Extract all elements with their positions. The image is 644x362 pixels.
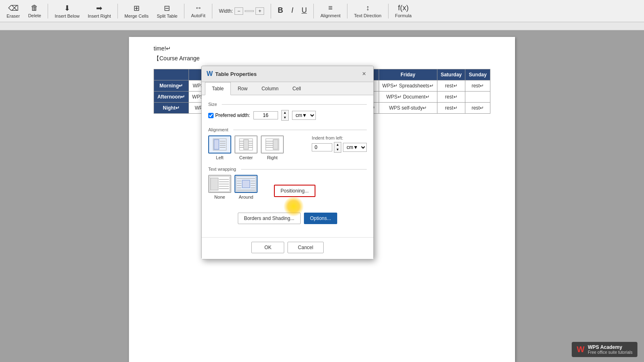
- wps-watermark: W WPS Academy Free office suite tutorial…: [572, 342, 637, 357]
- align-options: Left: [208, 135, 284, 160]
- italic-button[interactable]: I: [288, 5, 297, 17]
- width-value: [245, 10, 254, 12]
- width-label: Width:: [219, 8, 233, 14]
- alignment-button[interactable]: ≡ Alignment: [317, 2, 344, 20]
- text-direction-button[interactable]: ↕ Text Direction: [351, 2, 385, 20]
- ok-button[interactable]: OK: [251, 242, 284, 253]
- underline-icon: U: [301, 6, 307, 15]
- wrap-options: None: [208, 175, 258, 199]
- alignment-row: Left: [208, 135, 367, 160]
- table-header-empty: [154, 69, 189, 80]
- width-control[interactable]: Width: − +: [216, 6, 267, 16]
- formula-icon: f(x): [398, 4, 409, 12]
- indent-row: ▲ ▼ cm▼: [312, 142, 367, 153]
- cell-fri-night: WPS self-study↵: [379, 103, 437, 114]
- borders-shading-button[interactable]: Borders and Shading...: [238, 213, 301, 224]
- align-center-label: Center: [239, 155, 253, 160]
- sep2: [117, 4, 118, 18]
- eraser-button[interactable]: ⌫ Eraser: [3, 2, 23, 20]
- tab-row[interactable]: Row: [231, 82, 255, 95]
- size-row: Preferred width: ▲ ▼ cm▼ %: [208, 110, 367, 121]
- indent-unit-select[interactable]: cm▼: [343, 143, 367, 152]
- spin-up[interactable]: ▲: [282, 110, 288, 115]
- align-right-label: Right: [267, 155, 278, 160]
- svg-rect-7: [244, 140, 248, 149]
- cell-sat-afternoon: rest↵: [437, 92, 465, 103]
- secondary-buttons-row: Borders and Shading... Options...: [208, 213, 367, 224]
- tab-column[interactable]: Column: [255, 82, 285, 95]
- width-spin[interactable]: ▲ ▼: [281, 110, 289, 121]
- doc-para-1: 【Course Arrange: [154, 55, 490, 62]
- wps-logo: W: [577, 345, 584, 354]
- dialog-title-text: Table Properties: [215, 71, 257, 77]
- insert-right-button[interactable]: ➡ Insert Right: [85, 2, 114, 20]
- toolbar: ⌫ Eraser 🗑 Delete ⬇ Insert Below ➡ Inser…: [0, 0, 644, 22]
- width-value-input[interactable]: [253, 111, 278, 119]
- align-left-label: Left: [216, 155, 223, 160]
- options-button[interactable]: Options...: [304, 213, 337, 224]
- preferred-width-checkbox-label[interactable]: Preferred width:: [208, 112, 250, 118]
- cancel-button[interactable]: Cancel: [288, 242, 323, 253]
- italic-icon: I: [291, 6, 293, 15]
- svg-rect-17: [273, 140, 278, 149]
- preferred-width-checkbox[interactable]: [208, 113, 214, 118]
- dialog-body: Size Preferred width: ▲ ▼ cm▼ % Alignmen…: [202, 95, 373, 237]
- dialog-title-icon: W: [207, 70, 213, 78]
- tab-cell[interactable]: Cell: [285, 82, 308, 95]
- bold-icon: B: [278, 6, 283, 15]
- cell-sun-morning: rest↵: [465, 80, 490, 92]
- split-table-button[interactable]: ⊟ Split Table: [154, 2, 181, 20]
- table-header-friday: Friday: [379, 69, 437, 80]
- morning-header: Morning↵: [154, 80, 189, 92]
- table-properties-dialog: W Table Properties × Table Row Column Ce…: [201, 66, 374, 259]
- wrap-around-svg: [235, 176, 257, 192]
- wrapping-row: None: [208, 175, 367, 206]
- eraser-icon: ⌫: [8, 4, 18, 13]
- width-plus[interactable]: +: [255, 7, 264, 15]
- wrap-around-button[interactable]: Around: [235, 175, 258, 199]
- merge-cells-icon: ⊞: [133, 4, 140, 13]
- spin-down[interactable]: ▼: [282, 115, 288, 120]
- text-direction-icon: ↕: [366, 4, 370, 12]
- align-center-button[interactable]: Center: [235, 135, 258, 160]
- alignment-section-label: Alignment: [208, 127, 367, 132]
- dialog-title: W Table Properties: [207, 70, 257, 78]
- underline-button[interactable]: U: [298, 5, 310, 17]
- insert-below-button[interactable]: ⬇ Insert Below: [51, 2, 83, 20]
- merge-cells-button[interactable]: ⊞ Merge Cells: [121, 2, 152, 20]
- indent-spin[interactable]: ▲ ▼: [334, 142, 341, 153]
- wrap-none-button[interactable]: None: [208, 175, 231, 199]
- delete-button[interactable]: 🗑 Delete: [25, 2, 44, 20]
- doc-text-1: time!↵: [154, 45, 490, 52]
- align-right-svg: [265, 138, 280, 151]
- wps-text: WPS Academy Free office suite tutorials: [588, 344, 632, 355]
- align-right-button[interactable]: Right: [261, 135, 284, 160]
- bold-button[interactable]: B: [274, 5, 286, 17]
- night-header: Night↵: [154, 103, 189, 114]
- indent-section: Indent from left: ▲ ▼ cm▼: [312, 135, 367, 153]
- autofit-button[interactable]: ↔ AutoFit: [188, 2, 209, 20]
- cell-sat-night: rest↵: [437, 103, 465, 114]
- sep3: [184, 4, 184, 18]
- unit-select[interactable]: cm▼ %: [292, 111, 316, 120]
- indent-input[interactable]: [312, 143, 332, 151]
- alignment-icon: ≡: [328, 4, 333, 12]
- autofit-icon: ↔: [195, 4, 202, 12]
- width-minus[interactable]: −: [235, 7, 243, 15]
- dialog-footer: OK Cancel: [202, 237, 373, 259]
- text-wrapping-section-label: Text wrapping: [208, 167, 367, 172]
- delete-icon: 🗑: [31, 4, 38, 12]
- dialog-close-button[interactable]: ×: [360, 69, 368, 78]
- align-left-button[interactable]: Left: [208, 135, 231, 160]
- tab-table[interactable]: Table: [205, 82, 231, 95]
- formula-button[interactable]: f(x) Formula: [392, 2, 415, 20]
- svg-rect-23: [211, 178, 218, 190]
- wrap-none-label: None: [214, 195, 225, 199]
- ruler: |6| |4| |2| 2 | 4 | 6 | 8 | 10 | 12 | 14…: [0, 22, 644, 30]
- wps-academy-label: WPS Academy: [588, 344, 632, 350]
- wrap-none-svg: [209, 176, 230, 192]
- cell-sun-night: rest↵: [465, 103, 490, 114]
- positioning-button[interactable]: Positioning...: [274, 185, 315, 197]
- indent-spin-up[interactable]: ▲: [334, 142, 341, 147]
- indent-spin-down[interactable]: ▼: [334, 147, 341, 152]
